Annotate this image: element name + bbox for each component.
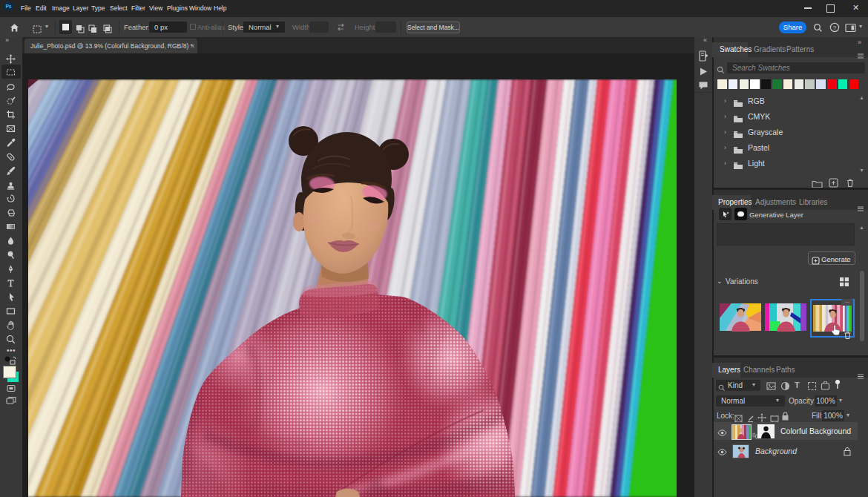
svg-text:?: ?	[833, 24, 837, 31]
